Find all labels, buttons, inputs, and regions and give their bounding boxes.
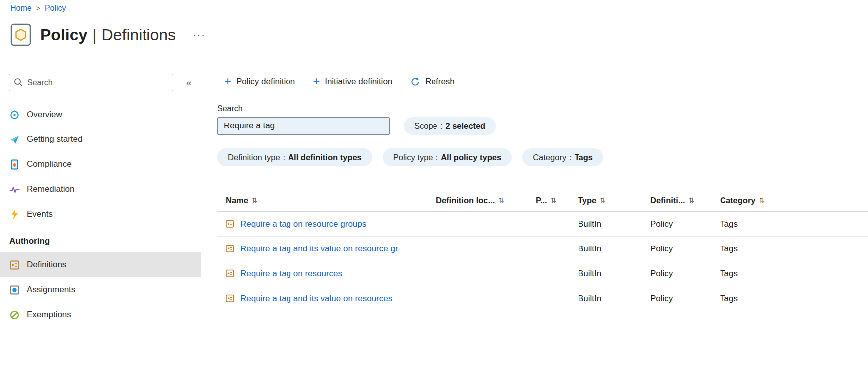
name-cell: Require a tag and its value on resource … <box>217 244 436 254</box>
page-header: Policy|Definitions ··· <box>10 23 208 46</box>
table-row: Require a tag on resources BuiltIn Polic… <box>217 261 868 286</box>
more-button[interactable]: ··· <box>191 28 208 42</box>
search-filter-label: Search <box>217 104 868 113</box>
column-header-policies[interactable]: P... ⇅ <box>536 196 578 205</box>
sidebar-item-label: Remediation <box>27 184 74 194</box>
scope-filter-pill[interactable]: Scope:2 selected <box>404 117 496 135</box>
sort-icon: ⇅ <box>600 196 606 204</box>
column-label: Name <box>226 196 248 205</box>
sort-icon: ⇅ <box>551 196 557 204</box>
definition-type-cell: Policy <box>650 269 720 279</box>
sidebar-item-events[interactable]: Events <box>0 202 201 227</box>
refresh-button[interactable]: Refresh <box>410 77 455 87</box>
table-row: Require a tag on resource groups BuiltIn… <box>217 212 868 237</box>
sort-icon: ⇅ <box>689 196 695 204</box>
sidebar-search-input[interactable] <box>9 74 173 91</box>
sort-icon: ⇅ <box>252 196 258 204</box>
pill-value: All policy types <box>441 153 501 162</box>
filter-row-2: Definition type:All definition types Pol… <box>217 148 868 166</box>
column-header-definition-type[interactable]: Definiti... ⇅ <box>650 196 720 205</box>
plus-icon: + <box>224 75 231 87</box>
sidebar-item-label: Assignments <box>27 285 75 295</box>
pill-separator: : <box>283 153 286 162</box>
sidebar-collapse-button[interactable]: « <box>184 76 194 89</box>
getting-started-icon <box>9 134 20 145</box>
pill-name: Scope <box>414 122 437 131</box>
category-cell: Tags <box>720 269 868 279</box>
definition-type-cell: Policy <box>650 219 720 229</box>
sidebar-item-getting-started[interactable]: Getting started <box>0 127 201 152</box>
column-header-category[interactable]: Category ⇅ <box>720 196 868 205</box>
column-label: Definition loc... <box>436 196 495 205</box>
sidebar-item-label: Compliance <box>27 159 72 169</box>
pill-separator: : <box>436 153 438 162</box>
sidebar-item-label: Definitions <box>27 260 66 270</box>
type-cell: BuiltIn <box>578 244 650 254</box>
definition-link[interactable]: Require a tag on resources <box>240 269 342 279</box>
breadcrumb-link-policy[interactable]: Policy <box>45 4 66 13</box>
type-cell: BuiltIn <box>578 294 650 304</box>
toolbar: + Policy definition + Initiative definit… <box>217 71 868 93</box>
initiative-definition-button[interactable]: + Initiative definition <box>313 76 392 88</box>
sort-icon: ⇅ <box>759 196 765 204</box>
column-header-definition-location[interactable]: Definition loc... ⇅ <box>436 196 536 205</box>
policy-definition-icon <box>226 245 234 253</box>
page-title-secondary: Definitions <box>102 26 176 44</box>
compliance-icon <box>9 159 20 170</box>
name-cell: Require a tag and its value on resources <box>217 294 436 304</box>
name-cell: Require a tag on resources <box>217 269 436 279</box>
sidebar-item-label: Exemptions <box>27 310 71 320</box>
sidebar-item-assignments[interactable]: Assignments <box>0 277 201 302</box>
sidebar-item-label: Getting started <box>27 134 83 144</box>
breadcrumb: Home > Policy <box>10 4 66 13</box>
policy-definition-icon <box>226 269 234 278</box>
table-row: Require a tag and its value on resources… <box>217 286 868 311</box>
pill-value: All definition types <box>288 153 362 162</box>
category-filter-pill[interactable]: Category:Tags <box>522 148 603 166</box>
sidebar-item-definitions[interactable]: Definitions <box>0 252 201 277</box>
sidebar-item-exemptions[interactable]: Exemptions <box>0 302 201 327</box>
policy-definition-icon <box>226 220 234 228</box>
policy-type-filter-pill[interactable]: Policy type:All policy types <box>383 148 512 166</box>
definition-link[interactable]: Require a tag on resource groups <box>240 219 366 229</box>
table-header: Name ⇅ Definition loc... ⇅ P... ⇅ Type ⇅… <box>217 189 868 212</box>
pill-name: Definition type <box>228 153 280 162</box>
page-title-primary: Policy <box>40 26 87 44</box>
filter-search-input[interactable] <box>217 117 390 135</box>
sidebar-search[interactable] <box>9 74 173 91</box>
assignments-icon <box>9 285 20 295</box>
definition-type-cell: Policy <box>650 244 720 254</box>
definitions-icon <box>9 260 20 270</box>
chevron-right-icon: > <box>36 4 40 12</box>
column-header-name[interactable]: Name ⇅ <box>217 196 436 205</box>
policy-definition-button[interactable]: + Policy definition <box>224 76 295 88</box>
category-cell: Tags <box>720 219 868 229</box>
filters-section: Search Scope:2 selected Definition type:… <box>217 104 868 166</box>
pill-separator: : <box>440 122 443 131</box>
definition-link[interactable]: Require a tag and its value on resources <box>240 294 392 304</box>
exemptions-icon <box>9 310 20 320</box>
sidebar-section-authoring: Authoring <box>0 230 201 252</box>
sort-icon: ⇅ <box>498 196 504 204</box>
sidebar-item-label: Events <box>27 209 53 219</box>
definitions-table: Name ⇅ Definition loc... ⇅ P... ⇅ Type ⇅… <box>217 189 868 311</box>
sidebar-item-compliance[interactable]: Compliance <box>0 152 201 177</box>
pill-separator: : <box>569 153 572 162</box>
pill-value: 2 selected <box>445 122 485 131</box>
table-row: Require a tag and its value on resource … <box>217 237 868 261</box>
definition-type-filter-pill[interactable]: Definition type:All definition types <box>217 148 372 166</box>
pill-name: Policy type <box>393 153 433 162</box>
sidebar-item-remediation[interactable]: Remediation <box>0 177 201 202</box>
page-title: Policy|Definitions <box>40 26 176 44</box>
name-cell: Require a tag on resource groups <box>217 219 436 229</box>
breadcrumb-link-home[interactable]: Home <box>10 4 32 13</box>
plus-icon: + <box>313 75 320 87</box>
refresh-icon <box>410 77 420 87</box>
type-cell: BuiltIn <box>578 219 650 229</box>
definition-link[interactable]: Require a tag and its value on resource … <box>240 244 398 254</box>
sidebar-search-row: « <box>0 74 201 91</box>
column-header-type[interactable]: Type ⇅ <box>578 196 650 205</box>
search-icon <box>14 78 23 87</box>
sidebar-item-overview[interactable]: Overview <box>0 102 201 127</box>
events-icon <box>9 209 20 220</box>
